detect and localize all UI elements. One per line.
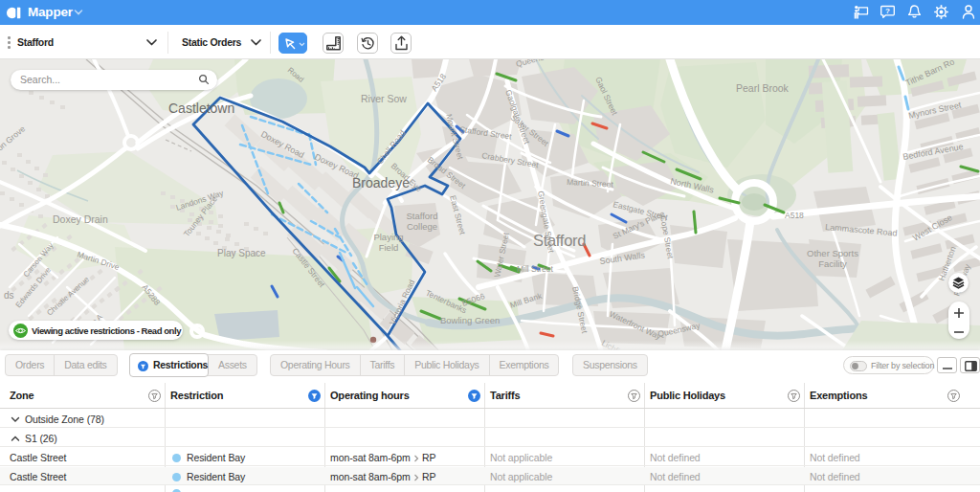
svg-text:A518: A518 — [785, 211, 804, 220]
svg-text:Play Space: Play Space — [217, 248, 266, 258]
svg-text:Doxey Drain: Doxey Drain — [53, 213, 108, 225]
svg-text:River Sow: River Sow — [361, 93, 407, 104]
svg-text:StaffordCollege: StaffordCollege — [406, 211, 437, 232]
svg-text:Castletown: Castletown — [168, 101, 234, 116]
svg-text:?: ? — [885, 7, 890, 15]
svg-text:ds: ds — [4, 290, 14, 301]
svg-text:Bowling Green: Bowling Green — [440, 315, 500, 325]
svg-text:Mill Street: Mill Street — [517, 264, 553, 274]
svg-text:Stafford: Stafford — [533, 232, 586, 249]
svg-text:Pearl Brook: Pearl Brook — [736, 82, 790, 94]
